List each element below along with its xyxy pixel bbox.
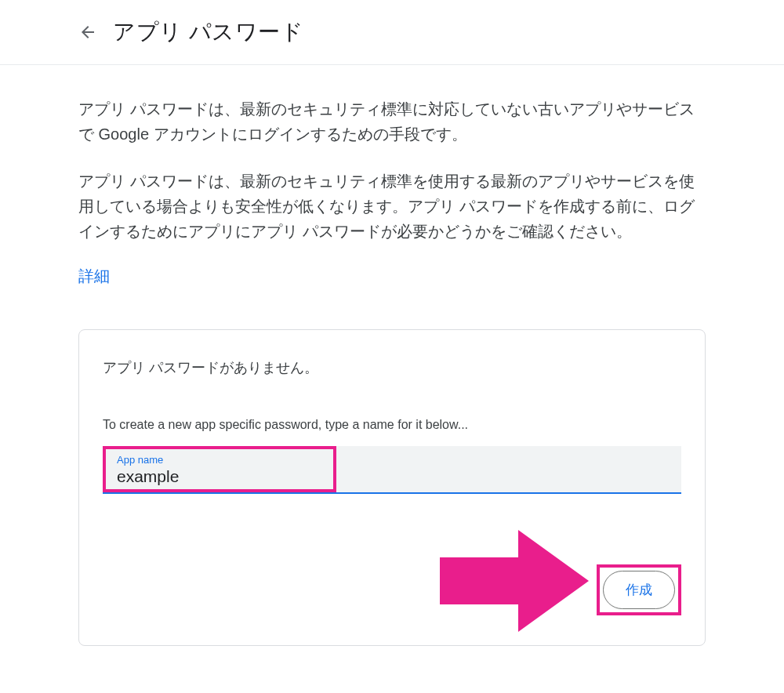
svg-marker-0 <box>440 530 589 632</box>
learn-more-link[interactable]: 詳細 <box>78 266 110 287</box>
app-name-input-wrapper: App name <box>103 446 681 494</box>
annotation-highlight-input: App name <box>103 446 336 492</box>
app-name-input[interactable] <box>117 467 322 486</box>
card-instruction-text: To create a new app specific password, t… <box>103 418 681 432</box>
app-name-label: App name <box>117 454 322 466</box>
app-password-card: アプリ パスワードがありません。 To create a new app spe… <box>78 329 706 646</box>
description-paragraph-1: アプリ パスワードは、最新のセキュリティ標準に対応していない古いアプリやサービス… <box>78 96 706 147</box>
action-row: 作成 <box>103 564 681 615</box>
page-header: アプリ パスワード <box>0 0 784 65</box>
back-arrow-icon[interactable] <box>78 23 97 42</box>
create-button[interactable]: 作成 <box>603 571 675 609</box>
annotation-highlight-button: 作成 <box>597 564 681 615</box>
main-content: アプリ パスワードは、最新のセキュリティ標準に対応していない古いアプリやサービス… <box>0 65 784 646</box>
description-paragraph-2: アプリ パスワードは、最新のセキュリティ標準を使用する最新のアプリやサービスを使… <box>78 169 706 244</box>
annotation-arrow-icon <box>440 530 589 632</box>
page-title: アプリ パスワード <box>113 17 303 47</box>
card-status-text: アプリ パスワードがありません。 <box>103 358 681 377</box>
